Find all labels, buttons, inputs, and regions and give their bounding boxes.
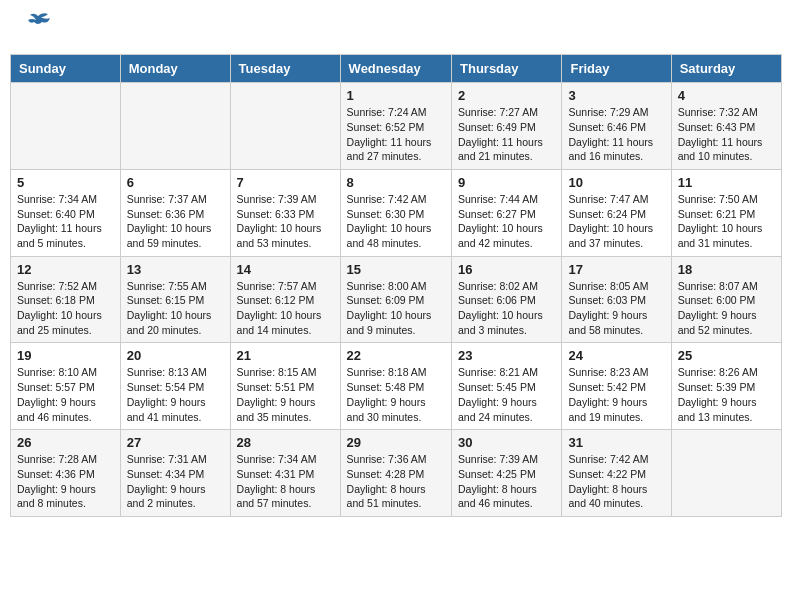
day-info: Sunrise: 7:34 AM Sunset: 6:40 PM Dayligh… <box>17 192 114 251</box>
calendar-cell <box>120 83 230 170</box>
weekday-header-wednesday: Wednesday <box>340 55 451 83</box>
day-info: Sunrise: 7:37 AM Sunset: 6:36 PM Dayligh… <box>127 192 224 251</box>
calendar-cell: 13Sunrise: 7:55 AM Sunset: 6:15 PM Dayli… <box>120 256 230 343</box>
calendar-cell <box>671 430 781 517</box>
day-number: 1 <box>347 88 445 103</box>
weekday-header-sunday: Sunday <box>11 55 121 83</box>
calendar-cell: 4Sunrise: 7:32 AM Sunset: 6:43 PM Daylig… <box>671 83 781 170</box>
calendar-cell: 15Sunrise: 8:00 AM Sunset: 6:09 PM Dayli… <box>340 256 451 343</box>
weekday-header-friday: Friday <box>562 55 671 83</box>
day-number: 27 <box>127 435 224 450</box>
calendar-cell: 5Sunrise: 7:34 AM Sunset: 6:40 PM Daylig… <box>11 169 121 256</box>
day-info: Sunrise: 7:52 AM Sunset: 6:18 PM Dayligh… <box>17 279 114 338</box>
day-number: 5 <box>17 175 114 190</box>
day-number: 20 <box>127 348 224 363</box>
day-info: Sunrise: 8:05 AM Sunset: 6:03 PM Dayligh… <box>568 279 664 338</box>
calendar-cell: 25Sunrise: 8:26 AM Sunset: 5:39 PM Dayli… <box>671 343 781 430</box>
day-info: Sunrise: 8:07 AM Sunset: 6:00 PM Dayligh… <box>678 279 775 338</box>
day-number: 10 <box>568 175 664 190</box>
weekday-header-saturday: Saturday <box>671 55 781 83</box>
day-info: Sunrise: 8:00 AM Sunset: 6:09 PM Dayligh… <box>347 279 445 338</box>
calendar-cell: 28Sunrise: 7:34 AM Sunset: 4:31 PM Dayli… <box>230 430 340 517</box>
calendar-cell: 10Sunrise: 7:47 AM Sunset: 6:24 PM Dayli… <box>562 169 671 256</box>
day-number: 16 <box>458 262 555 277</box>
day-number: 13 <box>127 262 224 277</box>
day-number: 28 <box>237 435 334 450</box>
day-number: 17 <box>568 262 664 277</box>
page-header <box>10 10 782 49</box>
calendar-cell: 3Sunrise: 7:29 AM Sunset: 6:46 PM Daylig… <box>562 83 671 170</box>
day-info: Sunrise: 7:32 AM Sunset: 6:43 PM Dayligh… <box>678 105 775 164</box>
calendar-cell: 23Sunrise: 8:21 AM Sunset: 5:45 PM Dayli… <box>452 343 562 430</box>
day-number: 24 <box>568 348 664 363</box>
calendar-cell: 1Sunrise: 7:24 AM Sunset: 6:52 PM Daylig… <box>340 83 451 170</box>
day-info: Sunrise: 7:27 AM Sunset: 6:49 PM Dayligh… <box>458 105 555 164</box>
calendar-week-row: 5Sunrise: 7:34 AM Sunset: 6:40 PM Daylig… <box>11 169 782 256</box>
day-number: 14 <box>237 262 334 277</box>
day-info: Sunrise: 7:42 AM Sunset: 6:30 PM Dayligh… <box>347 192 445 251</box>
calendar-cell: 26Sunrise: 7:28 AM Sunset: 4:36 PM Dayli… <box>11 430 121 517</box>
calendar-cell: 17Sunrise: 8:05 AM Sunset: 6:03 PM Dayli… <box>562 256 671 343</box>
day-info: Sunrise: 7:57 AM Sunset: 6:12 PM Dayligh… <box>237 279 334 338</box>
calendar-week-row: 26Sunrise: 7:28 AM Sunset: 4:36 PM Dayli… <box>11 430 782 517</box>
calendar-cell: 22Sunrise: 8:18 AM Sunset: 5:48 PM Dayli… <box>340 343 451 430</box>
calendar-cell: 24Sunrise: 8:23 AM Sunset: 5:42 PM Dayli… <box>562 343 671 430</box>
calendar-cell: 16Sunrise: 8:02 AM Sunset: 6:06 PM Dayli… <box>452 256 562 343</box>
day-number: 22 <box>347 348 445 363</box>
day-info: Sunrise: 8:10 AM Sunset: 5:57 PM Dayligh… <box>17 365 114 424</box>
day-number: 26 <box>17 435 114 450</box>
day-info: Sunrise: 7:24 AM Sunset: 6:52 PM Dayligh… <box>347 105 445 164</box>
calendar-cell: 14Sunrise: 7:57 AM Sunset: 6:12 PM Dayli… <box>230 256 340 343</box>
calendar-cell: 18Sunrise: 8:07 AM Sunset: 6:00 PM Dayli… <box>671 256 781 343</box>
calendar-cell: 11Sunrise: 7:50 AM Sunset: 6:21 PM Dayli… <box>671 169 781 256</box>
day-number: 7 <box>237 175 334 190</box>
day-number: 6 <box>127 175 224 190</box>
day-number: 3 <box>568 88 664 103</box>
day-info: Sunrise: 7:36 AM Sunset: 4:28 PM Dayligh… <box>347 452 445 511</box>
calendar-cell: 21Sunrise: 8:15 AM Sunset: 5:51 PM Dayli… <box>230 343 340 430</box>
calendar-week-row: 12Sunrise: 7:52 AM Sunset: 6:18 PM Dayli… <box>11 256 782 343</box>
day-info: Sunrise: 8:21 AM Sunset: 5:45 PM Dayligh… <box>458 365 555 424</box>
day-info: Sunrise: 7:39 AM Sunset: 6:33 PM Dayligh… <box>237 192 334 251</box>
calendar-cell: 12Sunrise: 7:52 AM Sunset: 6:18 PM Dayli… <box>11 256 121 343</box>
day-number: 15 <box>347 262 445 277</box>
calendar-cell <box>11 83 121 170</box>
day-info: Sunrise: 7:29 AM Sunset: 6:46 PM Dayligh… <box>568 105 664 164</box>
day-number: 2 <box>458 88 555 103</box>
calendar-cell: 19Sunrise: 8:10 AM Sunset: 5:57 PM Dayli… <box>11 343 121 430</box>
day-info: Sunrise: 7:44 AM Sunset: 6:27 PM Dayligh… <box>458 192 555 251</box>
day-number: 12 <box>17 262 114 277</box>
day-number: 11 <box>678 175 775 190</box>
calendar-cell: 29Sunrise: 7:36 AM Sunset: 4:28 PM Dayli… <box>340 430 451 517</box>
calendar-table: SundayMondayTuesdayWednesdayThursdayFrid… <box>10 54 782 517</box>
day-number: 18 <box>678 262 775 277</box>
day-number: 30 <box>458 435 555 450</box>
calendar-cell: 20Sunrise: 8:13 AM Sunset: 5:54 PM Dayli… <box>120 343 230 430</box>
day-info: Sunrise: 8:13 AM Sunset: 5:54 PM Dayligh… <box>127 365 224 424</box>
calendar-week-row: 1Sunrise: 7:24 AM Sunset: 6:52 PM Daylig… <box>11 83 782 170</box>
logo <box>20 20 52 44</box>
day-info: Sunrise: 7:39 AM Sunset: 4:25 PM Dayligh… <box>458 452 555 511</box>
weekday-header-row: SundayMondayTuesdayWednesdayThursdayFrid… <box>11 55 782 83</box>
day-info: Sunrise: 8:23 AM Sunset: 5:42 PM Dayligh… <box>568 365 664 424</box>
day-info: Sunrise: 8:02 AM Sunset: 6:06 PM Dayligh… <box>458 279 555 338</box>
day-info: Sunrise: 7:47 AM Sunset: 6:24 PM Dayligh… <box>568 192 664 251</box>
day-number: 23 <box>458 348 555 363</box>
day-number: 19 <box>17 348 114 363</box>
day-number: 4 <box>678 88 775 103</box>
day-info: Sunrise: 7:55 AM Sunset: 6:15 PM Dayligh… <box>127 279 224 338</box>
day-info: Sunrise: 8:15 AM Sunset: 5:51 PM Dayligh… <box>237 365 334 424</box>
logo-bird-icon <box>24 12 52 34</box>
day-number: 9 <box>458 175 555 190</box>
day-info: Sunrise: 7:31 AM Sunset: 4:34 PM Dayligh… <box>127 452 224 511</box>
day-number: 25 <box>678 348 775 363</box>
calendar-week-row: 19Sunrise: 8:10 AM Sunset: 5:57 PM Dayli… <box>11 343 782 430</box>
day-info: Sunrise: 8:18 AM Sunset: 5:48 PM Dayligh… <box>347 365 445 424</box>
calendar-cell: 2Sunrise: 7:27 AM Sunset: 6:49 PM Daylig… <box>452 83 562 170</box>
day-info: Sunrise: 8:26 AM Sunset: 5:39 PM Dayligh… <box>678 365 775 424</box>
weekday-header-thursday: Thursday <box>452 55 562 83</box>
calendar-cell: 30Sunrise: 7:39 AM Sunset: 4:25 PM Dayli… <box>452 430 562 517</box>
calendar-cell: 6Sunrise: 7:37 AM Sunset: 6:36 PM Daylig… <box>120 169 230 256</box>
day-info: Sunrise: 7:50 AM Sunset: 6:21 PM Dayligh… <box>678 192 775 251</box>
weekday-header-tuesday: Tuesday <box>230 55 340 83</box>
